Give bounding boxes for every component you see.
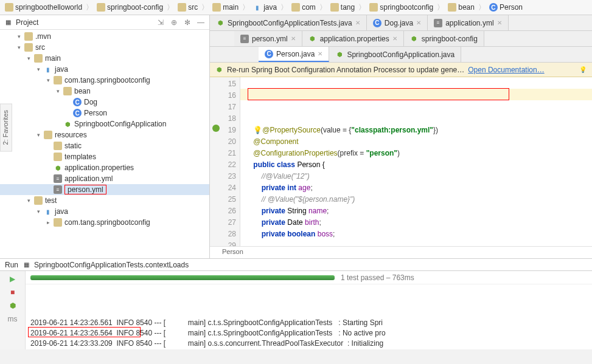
editor-tabs-row2: ≡person.yml✕⬢application.properties✕⬢spr… [210,31,592,47]
tab-label: SpringbootConfigApplicationTests.java [228,19,352,27]
tab-label: SpringbootConfigApplication.java [347,50,454,59]
bc-item[interactable]: com [289,3,318,12]
tree-node[interactable]: static [0,140,209,151]
hide-icon[interactable]: — [196,18,206,27]
tree-node[interactable]: ▾test [0,195,209,206]
bc-item[interactable]: src [175,3,200,12]
tree-node[interactable]: ▾main [0,53,209,64]
tree-label: com.tang.springbootconfig [64,218,150,227]
tree-node[interactable]: ≡person.yml [0,184,209,195]
folder-icon [291,3,300,12]
tab-label: Person.java [276,50,315,58]
expand-arrow[interactable]: ▾ [35,132,41,138]
tree-node[interactable]: ▸com.tang.springbootconfig [0,217,209,228]
tree-label: person.yml [64,185,106,194]
bc-item[interactable]: bean [445,3,477,12]
tree-node[interactable]: ▾resources [0,129,209,140]
breadcrumb-nav: springboothelloworld〉 springboot-config〉… [0,0,592,15]
editor-tab[interactable]: ≡person.yml✕ [234,31,302,46]
editor-tab[interactable]: ⬢SpringbootConfigApplication.java [329,47,461,62]
tree-label: SpringbootConfigApplication [74,120,166,128]
close-tab-icon[interactable]: ✕ [497,19,502,26]
tree-node[interactable]: ▾bean [0,86,209,97]
tree-label: java [55,207,68,216]
tree-node[interactable]: ⬢SpringbootConfigApplication [0,118,209,129]
stop-button[interactable]: ■ [7,287,18,298]
pin-button[interactable]: ms [7,314,18,325]
expand-arrow[interactable]: ▾ [35,208,41,215]
editor-area: ⬢SpringbootConfigApplicationTests.java✕C… [210,15,592,258]
expand-arrow[interactable]: ▾ [16,44,22,50]
tree-node[interactable]: ▾▮java [0,64,209,75]
line-gutter: 151617181920212223242526272829 [210,77,240,246]
editor-breadcrumb[interactable]: Person [210,246,592,258]
run-label: Run [5,261,18,269]
editor-tab[interactable]: CDog.java✕ [367,15,428,30]
tree-node[interactable]: templates [0,151,209,162]
bc-item[interactable]: CPerson [487,3,525,12]
open-documentation-link[interactable]: Open Documentation… [468,66,544,74]
favorites-tab[interactable]: 2: Favorites [0,103,12,151]
annotation-processor-banner: ⬢ Re-run Spring Boot Configuration Annot… [210,63,592,77]
tree-node[interactable]: CPerson [0,108,209,118]
debug-button[interactable]: ⬢ [7,300,18,311]
editor-tab[interactable]: CPerson.java✕ [259,47,329,62]
bc-item[interactable]: springboot-config [94,3,165,12]
tree-label: static [64,142,82,150]
bc-item[interactable]: tang [328,3,357,12]
tree-node[interactable]: ▾src [0,42,209,53]
code-editor[interactable]: 💡@PropertySource(value = {"classpath:per… [240,77,592,246]
settings-icon[interactable]: ✻ [183,18,192,27]
editor-tab[interactable]: ⬢application.properties✕ [302,31,404,46]
editor-tab[interactable]: ≡application.yml✕ [428,15,508,30]
collapse-icon[interactable]: ⇲ [156,18,165,27]
project-title: Project [16,18,152,27]
tree-node[interactable]: ▾▮java [0,206,209,217]
tree-label: src [35,43,45,52]
spring-icon: ⬢ [215,66,223,74]
progress-bar [30,275,335,280]
editor-tab[interactable]: ⬢SpringbootConfigApplicationTests.java✕ [210,15,367,30]
tree-node[interactable]: ▾com.tang.springbootconfig [0,75,209,86]
lightbulb-icon[interactable]: 💡 [579,66,587,74]
folder-icon [5,3,13,12]
tree-node[interactable]: ≡application.yml [0,173,209,184]
expand-arrow[interactable]: ▾ [26,55,32,61]
expand-arrow[interactable]: ▾ [45,77,51,83]
java-icon: ▮ [253,3,262,12]
bc-item[interactable]: springbootconfig [367,3,436,12]
test-progress: 1 test passed – 763ms [26,271,592,284]
project-tree[interactable]: ▾.mvn▾src▾main▾▮java▾com.tang.springboot… [0,30,209,258]
editor-tabs-row3: CPerson.java✕⬢SpringbootConfigApplicatio… [210,47,592,63]
expand-arrow[interactable]: ▾ [55,88,61,94]
tree-node[interactable]: ▾.mvn [0,31,209,42]
tree-label: main [45,54,61,63]
tree-node[interactable]: ⬢application.properties [0,162,209,173]
expand-arrow[interactable]: ▾ [26,197,32,204]
tab-label: person.yml [252,35,288,43]
close-tab-icon[interactable]: ✕ [318,50,322,57]
expand-arrow[interactable]: ▾ [16,33,22,39]
tab-label: springboot-config [422,35,478,43]
close-tab-icon[interactable]: ✕ [355,19,360,26]
expand-arrow[interactable]: ▾ [35,66,41,72]
close-tab-icon[interactable]: ✕ [291,35,296,42]
folder-icon [212,3,221,12]
project-header: ▦ Project ⇲ ⊕ ✻ — [0,15,209,30]
locate-icon[interactable]: ⊕ [169,18,179,27]
editor-tab[interactable]: ⬢springboot-config [404,31,484,46]
close-tab-icon[interactable]: ✕ [392,35,397,42]
console: 1 test passed – 763ms 2019-06-21 14:23:2… [26,271,592,349]
console-log[interactable]: 2019-06-21 14:23:26.561 INFO 8540 --- [ … [26,284,592,349]
run-gutter-icon[interactable] [212,125,220,132]
bc-item[interactable]: main [210,3,241,12]
tree-node[interactable]: CDog [0,97,209,108]
close-tab-icon[interactable]: ✕ [416,19,421,26]
expand-arrow[interactable]: ▸ [45,219,51,225]
folder-icon [369,3,378,12]
rerun-button[interactable]: ▶ [7,273,18,284]
tree-label: resources [55,131,87,139]
bc-item[interactable]: springboothelloworld [2,3,85,12]
bc-item[interactable]: ▮java [251,3,279,12]
project-icon: ▦ [4,18,12,27]
